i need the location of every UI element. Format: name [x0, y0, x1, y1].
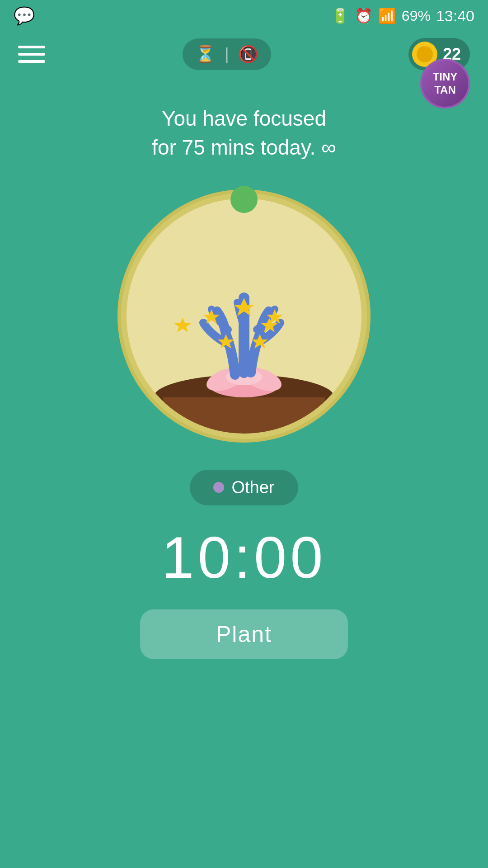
clock-time: 13:40: [436, 7, 474, 25]
plant-circle-outer: [117, 189, 371, 443]
whatsapp-icon: 💬: [14, 6, 35, 26]
plant-circle-inner: [127, 198, 361, 434]
header-controls: ⏳ | 📵: [183, 38, 271, 70]
avatar-label: TINYTAN: [433, 71, 458, 97]
category-label: Other: [231, 478, 274, 497]
avatar[interactable]: TINYTAN: [420, 59, 470, 108]
plant-illustration: [0, 189, 488, 443]
focus-line1: You have focused: [162, 107, 326, 130]
hamburger-menu[interactable]: [18, 46, 45, 63]
category-selector[interactable]: Other: [190, 470, 298, 505]
svg-marker-5: [174, 318, 191, 332]
plant-button[interactable]: Plant: [140, 609, 348, 659]
battery-percent: 69%: [402, 8, 431, 24]
category-color-dot: [213, 482, 224, 493]
divider: |: [225, 45, 229, 64]
status-bar: 💬 🔋 ⏰ 📶 69% 13:40: [0, 0, 488, 32]
timer-display[interactable]: 10:00: [0, 524, 488, 591]
hourglass-icon[interactable]: ⏳: [195, 45, 216, 64]
camera-off-icon[interactable]: 📵: [238, 45, 258, 64]
progress-dot: [230, 186, 258, 213]
battery-saver-icon: 🔋: [331, 7, 349, 24]
app-header: ⏳ | 📵 22: [0, 32, 488, 77]
focus-line2: for 75 mins today. ∞: [152, 136, 336, 159]
focus-message: You have focused for 75 mins today. ∞: [0, 104, 488, 162]
wifi-icon: 📶: [378, 7, 396, 24]
alarm-icon: ⏰: [355, 7, 373, 24]
